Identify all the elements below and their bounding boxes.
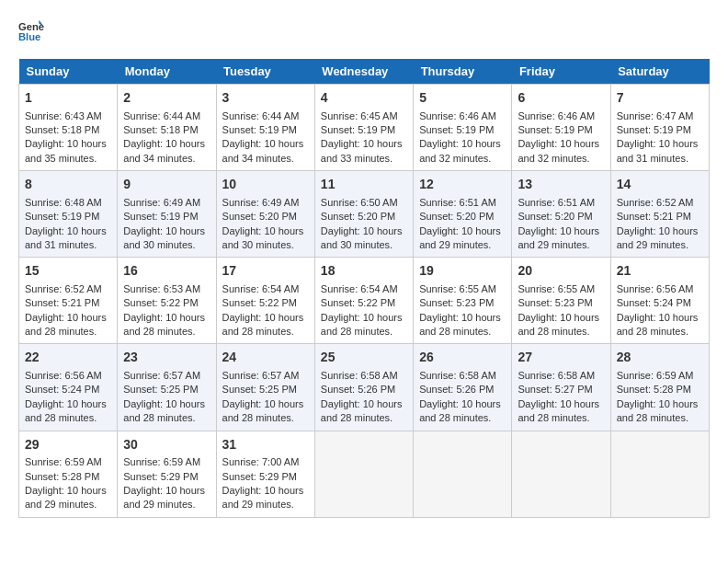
day-info-line: Daylight: 10 hours (25, 137, 111, 151)
day-info-line: Sunrise: 6:43 AM (25, 109, 111, 123)
day-info-line: Daylight: 10 hours (123, 311, 210, 325)
day-info-line: Daylight: 10 hours (617, 137, 703, 151)
calendar-day-cell: 16Sunrise: 6:53 AMSunset: 5:22 PMDayligh… (118, 258, 216, 344)
day-info-line: Sunset: 5:23 PM (518, 296, 604, 310)
day-number: 3 (222, 89, 309, 108)
calendar-day-cell: 26Sunrise: 6:58 AMSunset: 5:26 PMDayligh… (414, 344, 512, 431)
calendar-day-cell: 23Sunrise: 6:57 AMSunset: 5:25 PMDayligh… (118, 344, 216, 431)
day-info-line: Sunset: 5:22 PM (222, 296, 309, 310)
day-info-line: Sunrise: 6:55 AM (419, 282, 506, 296)
day-info-line: Sunrise: 6:58 AM (518, 369, 604, 383)
day-info-line: and 29 minutes. (419, 238, 506, 252)
calendar-day-cell: 25Sunrise: 6:58 AMSunset: 5:26 PMDayligh… (314, 344, 413, 431)
empty-cell (414, 431, 512, 517)
day-info-line: Daylight: 10 hours (222, 311, 309, 325)
logo: General Blue (18, 18, 48, 44)
day-info-line: and 28 minutes. (518, 325, 604, 339)
day-number: 7 (617, 89, 703, 108)
day-info-line: and 28 minutes. (321, 325, 407, 339)
day-info-line: Sunset: 5:28 PM (25, 470, 111, 484)
weekday-header: Wednesday (314, 59, 413, 85)
day-info-line: Daylight: 10 hours (321, 224, 407, 238)
day-info-line: Sunset: 5:23 PM (419, 296, 506, 310)
day-number: 6 (518, 89, 604, 108)
day-info-line: Sunrise: 6:44 AM (222, 109, 309, 123)
day-number: 30 (123, 436, 210, 454)
day-info-line: Sunset: 5:19 PM (222, 123, 309, 137)
day-info-line: and 28 minutes. (617, 411, 703, 425)
day-info-line: Daylight: 10 hours (617, 311, 703, 325)
day-number: 28 (617, 349, 703, 367)
day-number: 31 (222, 436, 309, 454)
day-info-line: Sunrise: 6:57 AM (123, 369, 210, 383)
calendar-day-cell: 15Sunrise: 6:52 AMSunset: 5:21 PMDayligh… (19, 258, 118, 344)
day-number: 25 (321, 349, 407, 367)
calendar-day-cell: 4Sunrise: 6:45 AMSunset: 5:19 PMDaylight… (314, 85, 413, 171)
day-info-line: Sunset: 5:26 PM (419, 383, 506, 396)
day-info-line: and 28 minutes. (25, 325, 111, 339)
day-info-line: and 28 minutes. (222, 411, 309, 425)
calendar-day-cell: 18Sunrise: 6:54 AMSunset: 5:22 PMDayligh… (314, 258, 413, 344)
day-number: 16 (123, 262, 210, 281)
weekday-header: Tuesday (216, 59, 314, 85)
day-info-line: Daylight: 10 hours (321, 311, 407, 325)
calendar-day-cell: 30Sunrise: 6:59 AMSunset: 5:29 PMDayligh… (118, 431, 216, 517)
calendar-week-row: 15Sunrise: 6:52 AMSunset: 5:21 PMDayligh… (19, 258, 710, 344)
day-number: 18 (321, 262, 407, 281)
day-info-line: and 28 minutes. (518, 411, 604, 425)
day-info-line: Sunrise: 6:55 AM (518, 282, 604, 296)
day-info-line: Daylight: 10 hours (617, 224, 703, 238)
calendar-day-cell: 14Sunrise: 6:52 AMSunset: 5:21 PMDayligh… (610, 171, 709, 258)
day-info-line: Sunrise: 6:56 AM (25, 369, 111, 383)
day-info-line: Daylight: 10 hours (518, 397, 604, 411)
calendar-day-cell: 20Sunrise: 6:55 AMSunset: 5:23 PMDayligh… (512, 258, 610, 344)
calendar-day-cell: 19Sunrise: 6:55 AMSunset: 5:23 PMDayligh… (414, 258, 512, 344)
calendar-day-cell: 9Sunrise: 6:49 AMSunset: 5:19 PMDaylight… (118, 171, 216, 258)
day-info-line: and 31 minutes. (617, 152, 703, 166)
day-number: 8 (25, 176, 111, 194)
day-info-line: and 30 minutes. (123, 238, 210, 252)
day-number: 23 (123, 349, 210, 367)
day-info-line: and 29 minutes. (25, 498, 111, 511)
day-info-line: and 29 minutes. (123, 498, 210, 511)
calendar-day-cell: 12Sunrise: 6:51 AMSunset: 5:20 PMDayligh… (414, 171, 512, 258)
day-info-line: Daylight: 10 hours (123, 484, 210, 498)
calendar-day-cell: 8Sunrise: 6:48 AMSunset: 5:19 PMDaylight… (19, 171, 118, 258)
day-info-line: Sunset: 5:25 PM (123, 383, 210, 396)
calendar-week-row: 8Sunrise: 6:48 AMSunset: 5:19 PMDaylight… (19, 171, 710, 258)
day-info-line: Daylight: 10 hours (222, 397, 309, 411)
day-info-line: and 31 minutes. (25, 238, 111, 252)
day-info-line: Daylight: 10 hours (25, 484, 111, 498)
calendar-day-cell: 17Sunrise: 6:54 AMSunset: 5:22 PMDayligh… (216, 258, 314, 344)
day-info-line: Daylight: 10 hours (419, 397, 506, 411)
day-info-line: Sunrise: 6:46 AM (419, 109, 506, 123)
day-number: 27 (518, 349, 604, 367)
weekday-header: Thursday (414, 59, 512, 85)
day-info-line: Sunset: 5:21 PM (25, 296, 111, 310)
calendar-day-cell: 24Sunrise: 6:57 AMSunset: 5:25 PMDayligh… (216, 344, 314, 431)
day-info-line: Daylight: 10 hours (321, 397, 407, 411)
day-number: 20 (518, 262, 604, 281)
day-info-line: Sunset: 5:19 PM (617, 123, 703, 137)
day-number: 15 (25, 262, 111, 281)
day-info-line: and 34 minutes. (222, 152, 309, 166)
calendar-day-cell: 10Sunrise: 6:49 AMSunset: 5:20 PMDayligh… (216, 171, 314, 258)
calendar-day-cell: 22Sunrise: 6:56 AMSunset: 5:24 PMDayligh… (19, 344, 118, 431)
day-info-line: Sunrise: 6:50 AM (321, 196, 407, 210)
calendar-day-cell: 3Sunrise: 6:44 AMSunset: 5:19 PMDaylight… (216, 85, 314, 171)
empty-cell (610, 431, 709, 517)
day-number: 5 (419, 89, 506, 108)
day-info-line: Sunset: 5:24 PM (617, 296, 703, 310)
day-number: 13 (518, 176, 604, 194)
day-info-line: and 34 minutes. (123, 152, 210, 166)
day-info-line: Daylight: 10 hours (123, 224, 210, 238)
day-info-line: Sunrise: 6:49 AM (123, 196, 210, 210)
weekday-header: Sunday (19, 59, 118, 85)
day-info-line: Daylight: 10 hours (518, 224, 604, 238)
day-info-line: and 29 minutes. (222, 498, 309, 511)
day-info-line: Sunrise: 6:57 AM (222, 369, 309, 383)
day-info-line: Sunset: 5:24 PM (25, 383, 111, 396)
day-info-line: Sunrise: 6:52 AM (25, 282, 111, 296)
day-info-line: Sunrise: 6:58 AM (419, 369, 506, 383)
day-info-line: Daylight: 10 hours (123, 397, 210, 411)
